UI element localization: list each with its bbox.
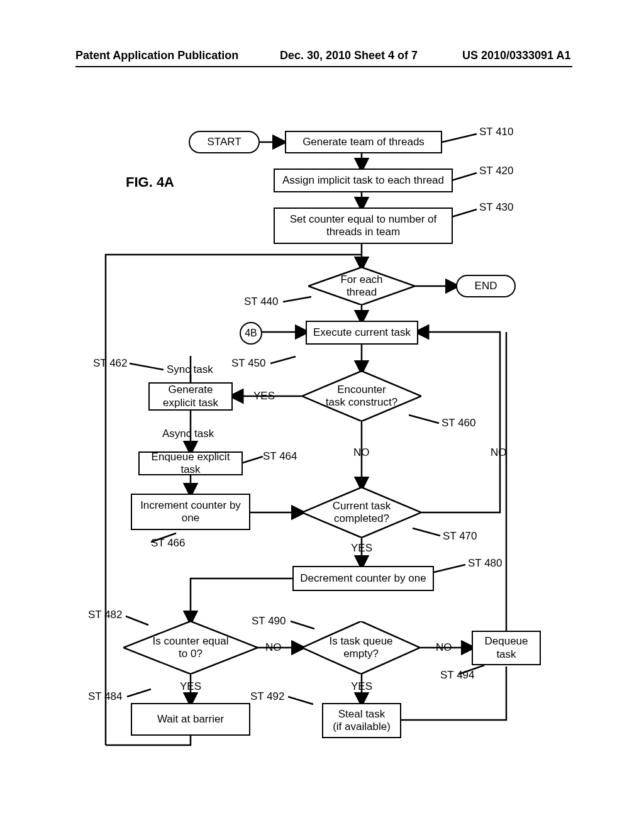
ref-420: ST 420 <box>479 165 514 177</box>
svg-line-20 <box>452 173 477 180</box>
svg-line-23 <box>270 357 296 363</box>
decision-460: Encounter task construct? <box>302 371 421 421</box>
edge-sync: Sync task <box>167 363 213 376</box>
edge-yes-490: YES <box>351 680 372 693</box>
edge-async: Async task <box>162 428 214 440</box>
svg-line-22 <box>283 297 311 302</box>
step-492: Steal task (if available) <box>322 703 401 738</box>
ref-494: ST 494 <box>440 669 475 682</box>
edge-no-490: NO <box>436 641 452 654</box>
step-450: Execute current task <box>306 321 418 345</box>
ref-484: ST 484 <box>88 690 123 703</box>
edge-no-460: NO <box>353 446 370 459</box>
svg-line-26 <box>243 456 263 463</box>
ref-440: ST 440 <box>244 296 279 308</box>
page: Patent Application Publication Dec. 30, … <box>0 0 644 830</box>
decision-440: For each thread <box>308 267 415 305</box>
step-484: Wait at barrier <box>131 703 250 736</box>
edge-yes-470: YES <box>351 542 372 555</box>
svg-line-34 <box>127 689 151 697</box>
ref-492: ST 492 <box>250 690 285 703</box>
step-430: Set counter equal to number of threads i… <box>274 208 453 244</box>
decision-470: Current task completed? <box>302 487 421 538</box>
step-462: Generate explicit task <box>148 382 233 411</box>
edge-yes-460: YES <box>253 390 275 402</box>
ref-430: ST 430 <box>479 201 514 214</box>
ref-450: ST 450 <box>231 357 266 370</box>
edge-no-470: NO <box>491 446 507 459</box>
decision-482: Is counter equal to 0? <box>123 621 258 674</box>
step-464: Enqueue explicit task <box>138 451 243 475</box>
step-494: Dequeue task <box>472 631 541 665</box>
step-480: Decrement counter by one <box>292 566 434 591</box>
ref-462: ST 462 <box>93 357 128 370</box>
ref-464: ST 464 <box>263 450 297 463</box>
ref-466: ST 466 <box>151 537 186 550</box>
edge-yes-482: YES <box>180 680 201 693</box>
ref-470: ST 470 <box>443 530 477 543</box>
ref-410: ST 410 <box>479 126 514 138</box>
svg-line-29 <box>434 565 465 572</box>
terminal-end: END <box>456 275 516 297</box>
svg-line-33 <box>288 697 313 704</box>
offpage-connector-4b: 4B <box>240 322 262 345</box>
ref-480: ST 480 <box>468 557 502 570</box>
decision-490: Is task queue empty? <box>302 621 420 674</box>
step-466: Increment counter by one <box>131 494 250 530</box>
ref-460: ST 460 <box>441 417 476 429</box>
svg-line-19 <box>442 134 477 142</box>
terminal-start: START <box>189 131 260 153</box>
step-420: Assign implicit task to each thread <box>274 169 453 192</box>
step-410: Generate team of threads <box>285 131 442 153</box>
svg-line-21 <box>452 209 477 217</box>
svg-line-25 <box>130 363 164 370</box>
edge-no-482: NO <box>265 641 282 654</box>
ref-490: ST 490 <box>252 615 286 628</box>
ref-482: ST 482 <box>88 609 123 621</box>
